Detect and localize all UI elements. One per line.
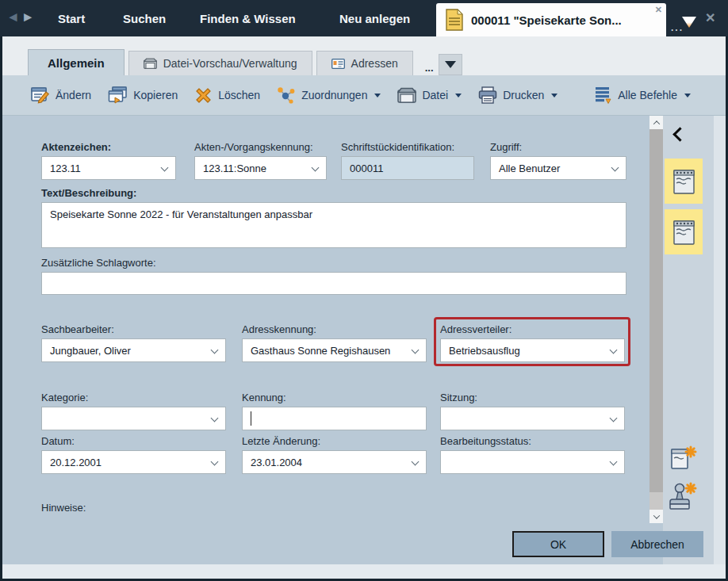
schriftstueck-id-readonly-field: 000011 (341, 156, 474, 180)
vertical-scrollbar[interactable] (649, 116, 663, 523)
tab-close-icon[interactable]: ✕ (655, 5, 662, 15)
all-commands-list-icon (593, 86, 612, 105)
field-adresskennung: Adresskennung: Gasthaus Sonne Regishause… (242, 323, 427, 362)
field-kategorie: Kategorie: (41, 392, 226, 430)
ribbon-dropdown-icon[interactable] (682, 17, 696, 28)
zuordnungen-button[interactable]: Zuordnungen (275, 83, 382, 107)
tabs-overflow-dots[interactable]: ... (425, 62, 434, 74)
aendern-button[interactable]: Ändern (29, 83, 93, 107)
delete-x-icon (194, 86, 213, 104)
beschreibung-value: Speisekarte Sonne 2022 - für Veranstaltu… (50, 208, 312, 220)
document-tab[interactable]: 000011 "Speisekarte Son... ✕ (436, 3, 666, 36)
tab-datei-vorschau[interactable]: Datei-Vorschau/Verwaltung (128, 51, 312, 75)
copy-icon (108, 86, 128, 104)
adresskennung-value: Gasthaus Sonne Regishausen (251, 345, 390, 357)
loeschen-button[interactable]: Löschen (193, 83, 262, 107)
adressverteiler-combobox[interactable]: Betriebsausflug (440, 338, 625, 362)
letzte-aenderung-combobox[interactable]: 23.01.2004 (242, 450, 427, 474)
letzte-aenderung-value: 23.01.2004 (251, 457, 302, 468)
alle-befehle-label: Alle Befehle (618, 89, 677, 101)
schriftstueck-id-label: Schriftstückidentifikation: (341, 141, 474, 153)
window-close-icon[interactable]: ✕ (705, 10, 715, 25)
scroll-down-button[interactable] (649, 510, 663, 523)
new-stamp-button[interactable] (669, 480, 697, 515)
tab-allgemein-label: Allgemein (48, 56, 105, 70)
kopieren-button[interactable]: Kopieren (106, 83, 179, 107)
beschreibung-label: Text/Beschreibung: (41, 187, 626, 199)
bearbeitungsstatus-combobox[interactable] (440, 450, 625, 474)
adressverteiler-value: Betriebsausflug (449, 345, 520, 357)
zuordnungen-label: Zuordnungen (301, 89, 367, 101)
drucken-button[interactable]: Drucken (477, 83, 559, 107)
page-tabstrip: Allgemein Datei-Vorschau/Verwaltung Adre… (2, 36, 726, 75)
sachbearbeiter-value: Jungbauer, Oliver (50, 345, 131, 357)
sachbearbeiter-combobox[interactable]: Jungbauer, Oliver (41, 338, 226, 362)
zugriff-value: Alle Benutzer (499, 162, 560, 174)
address-card-icon (331, 59, 345, 69)
field-bearbeitungsstatus: Bearbeitungsstatus: (440, 435, 625, 474)
alle-befehle-button[interactable]: Alle Befehle (592, 82, 692, 108)
tab-allgemein[interactable]: Allgemein (28, 49, 125, 75)
stamp-icon (669, 480, 697, 512)
field-sachbearbeiter: Sachbearbeiter: Jungbauer, Oliver (41, 323, 226, 362)
edit-document-icon (31, 86, 50, 104)
drucken-label: Drucken (503, 89, 544, 101)
vorgangskennung-label: Akten-/Vorgangskennung: (194, 141, 327, 153)
kategorie-combobox[interactable] (41, 407, 226, 430)
adresskennung-combobox[interactable]: Gasthaus Sonne Regishausen (242, 338, 427, 362)
sachbearbeiter-label: Sachbearbeiter: (41, 323, 226, 335)
beschreibung-textarea[interactable]: Speisekarte Sonne 2022 - für Veranstaltu… (41, 202, 626, 248)
tabs-dropdown-button[interactable] (439, 54, 462, 75)
document-properties-window: ◄ ► Start Suchen Finden & Wissen Neu anl… (0, 0, 728, 581)
aktenzeichen-value: 123.11 (50, 162, 81, 174)
tab-adressen-label: Adressen (351, 57, 398, 70)
chevron-down-icon (445, 61, 456, 68)
ribbon-menu-suchen[interactable]: Suchen (123, 0, 166, 36)
sitzung-combobox[interactable] (440, 407, 625, 430)
ribbon-overflow-dots: ... (671, 22, 684, 33)
chevron-down-icon (684, 94, 691, 97)
chevron-down-icon (610, 346, 618, 354)
adressverteiler-label: Adressverteiler: (440, 323, 625, 335)
scroll-up-button[interactable] (649, 116, 663, 129)
ribbon-menu-neu-anlegen[interactable]: Neu anlegen (339, 0, 410, 36)
aktenzeichen-combobox[interactable]: 123.11 (41, 156, 176, 180)
zugriff-combobox[interactable]: Alle Benutzer (490, 156, 626, 180)
abbrechen-button[interactable]: Abbrechen (611, 531, 703, 557)
chevron-up-icon (653, 120, 659, 127)
datum-combobox[interactable]: 20.12.2001 (41, 450, 226, 474)
sticky-note-2[interactable] (665, 209, 703, 254)
schlagworte-label: Zusätzliche Schlagworte: (41, 257, 626, 269)
scrollbar-thumb[interactable] (649, 129, 663, 492)
field-beschreibung: Text/Beschreibung: Speisekarte Sonne 202… (41, 187, 626, 248)
text-cursor (251, 411, 251, 426)
ok-button[interactable]: OK (512, 531, 604, 557)
ribbon-menu-start[interactable]: Start (58, 0, 85, 36)
chevron-down-icon (211, 415, 219, 422)
new-note-button[interactable] (670, 444, 697, 474)
field-kennung: Kennung: (242, 392, 427, 430)
schlagworte-input[interactable] (41, 272, 626, 295)
ribbon-menu-finden-wissen[interactable]: Finden & Wissen (200, 0, 296, 36)
kopieren-label: Kopieren (133, 89, 178, 101)
field-zugriff: Zugriff: Alle Benutzer (490, 141, 626, 180)
document-tab-title: 000011 "Speisekarte Son... (471, 13, 622, 27)
loeschen-label: Löschen (218, 89, 260, 101)
vorgangskennung-combobox[interactable]: 123.11:Sonne (194, 156, 327, 180)
tab-adressen[interactable]: Adressen (316, 51, 413, 75)
nav-forward-icon[interactable]: ► (21, 10, 35, 25)
kennung-input[interactable] (242, 407, 427, 430)
aktenzeichen-label: Aktenzeichen: (41, 141, 176, 153)
zugriff-label: Zugriff: (490, 141, 626, 153)
assignments-nodes-icon (277, 86, 296, 104)
document-icon (446, 9, 463, 31)
chevron-down-icon (161, 164, 169, 172)
field-aktenzeichen: Aktenzeichen: 123.11 (41, 141, 176, 180)
datei-button[interactable]: Datei (396, 84, 463, 106)
sticky-note-1[interactable] (665, 159, 703, 204)
chevron-down-icon (374, 94, 381, 97)
field-schlagworte: Zusätzliche Schlagworte: (41, 257, 626, 295)
datum-label: Datum: (41, 435, 226, 447)
field-vorgangskennung: Akten-/Vorgangskennung: 123.11:Sonne (194, 141, 327, 180)
nav-back-icon[interactable]: ◄ (6, 10, 20, 25)
